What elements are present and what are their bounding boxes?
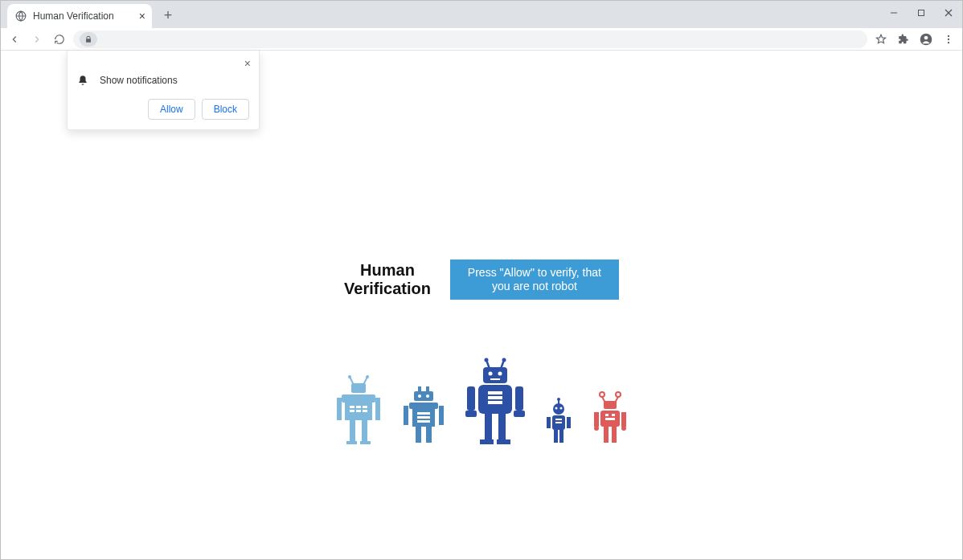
browser-window: Human Verification × + ×: [0, 0, 963, 560]
svg-rect-62: [497, 439, 510, 444]
page-content: × Show notifications Allow Block Human V…: [1, 51, 962, 559]
svg-rect-28: [360, 441, 371, 444]
svg-rect-70: [555, 422, 562, 423]
svg-rect-25: [350, 420, 355, 443]
svg-rect-60: [498, 414, 506, 441]
svg-point-33: [426, 394, 429, 398]
svg-rect-88: [604, 427, 609, 443]
svg-rect-37: [417, 416, 430, 419]
svg-point-87: [621, 426, 626, 431]
tab-strip: Human Verification × +: [1, 1, 962, 28]
svg-rect-36: [417, 412, 430, 415]
svg-point-67: [560, 407, 563, 409]
forward-button[interactable]: [28, 31, 46, 48]
robot-5: [591, 390, 629, 444]
heading-line2: Verification: [344, 280, 431, 298]
block-button[interactable]: Block: [202, 99, 249, 120]
svg-rect-57: [465, 411, 477, 417]
svg-rect-19: [363, 406, 367, 408]
svg-rect-50: [490, 378, 500, 380]
address-bar[interactable]: [73, 31, 867, 48]
robot-3: [464, 358, 527, 444]
svg-rect-56: [515, 386, 523, 411]
svg-rect-34: [409, 403, 438, 409]
tab-title: Human Verification: [33, 10, 114, 22]
svg-point-86: [594, 426, 599, 431]
site-info-button[interactable]: [80, 32, 97, 47]
svg-rect-79: [604, 401, 617, 409]
profile-icon[interactable]: [917, 31, 935, 48]
close-window-button[interactable]: [935, 1, 962, 25]
svg-rect-24: [375, 398, 380, 420]
svg-rect-81: [605, 414, 609, 416]
svg-point-49: [498, 371, 502, 375]
svg-rect-31: [414, 391, 433, 401]
svg-rect-30: [426, 386, 429, 391]
svg-rect-52: [488, 391, 502, 394]
svg-point-9: [948, 41, 949, 43]
browser-tab[interactable]: Human Verification ×: [7, 4, 152, 28]
bookmark-icon[interactable]: [872, 31, 890, 48]
svg-rect-15: [342, 394, 375, 403]
svg-point-65: [553, 403, 564, 415]
svg-rect-29: [418, 386, 421, 391]
svg-rect-53: [488, 396, 502, 399]
new-tab-button[interactable]: +: [157, 4, 179, 27]
robot-2: [401, 386, 446, 444]
svg-rect-85: [621, 412, 626, 427]
heading-line1: Human: [344, 261, 431, 280]
svg-rect-58: [514, 411, 525, 417]
svg-point-32: [418, 394, 421, 398]
svg-rect-47: [483, 367, 507, 383]
svg-point-75: [600, 392, 604, 397]
svg-rect-61: [480, 439, 494, 444]
allow-button[interactable]: Allow: [148, 99, 195, 120]
reload-button[interactable]: [51, 31, 68, 48]
svg-rect-41: [416, 427, 421, 443]
svg-rect-73: [554, 430, 558, 443]
svg-rect-89: [612, 427, 617, 443]
close-tab-icon[interactable]: ×: [139, 10, 145, 22]
svg-point-76: [616, 392, 621, 397]
robots-illustration: [334, 358, 629, 444]
toolbar-right: [872, 31, 957, 48]
svg-rect-82: [612, 414, 615, 416]
extensions-icon[interactable]: [895, 31, 912, 48]
svg-rect-74: [559, 430, 563, 443]
svg-rect-38: [417, 420, 430, 423]
svg-rect-84: [594, 412, 599, 427]
svg-rect-39: [404, 406, 408, 425]
minimize-button[interactable]: [880, 1, 908, 25]
lock-icon: [84, 35, 92, 43]
globe-icon: [15, 10, 27, 22]
verification-section: Human Verification Press "Allow" to veri…: [1, 260, 962, 444]
instruction-callout: Press "Allow" to verify, that you are no…: [450, 260, 619, 300]
robot-1: [334, 374, 383, 444]
svg-rect-22: [363, 410, 367, 412]
toolbar: [1, 28, 962, 51]
maximize-button[interactable]: [908, 1, 935, 25]
svg-rect-23: [337, 398, 342, 420]
back-button[interactable]: [6, 31, 23, 48]
svg-rect-20: [350, 410, 354, 412]
svg-point-7: [948, 35, 949, 36]
svg-rect-40: [439, 406, 444, 425]
close-popup-icon[interactable]: ×: [244, 57, 251, 70]
svg-point-48: [489, 371, 493, 375]
svg-rect-59: [485, 414, 492, 441]
svg-rect-17: [350, 406, 354, 408]
svg-rect-54: [488, 401, 502, 404]
svg-point-6: [924, 35, 928, 39]
popup-message: Show notifications: [100, 75, 178, 86]
svg-point-66: [555, 407, 558, 409]
svg-rect-18: [356, 406, 361, 408]
svg-rect-2: [919, 10, 924, 16]
svg-point-8: [948, 38, 949, 39]
svg-rect-72: [567, 417, 571, 428]
menu-icon[interactable]: [940, 31, 957, 48]
window-controls: [880, 1, 962, 25]
svg-rect-69: [555, 419, 562, 420]
bell-icon: [77, 75, 88, 86]
svg-rect-26: [362, 420, 367, 443]
svg-rect-14: [351, 383, 366, 393]
